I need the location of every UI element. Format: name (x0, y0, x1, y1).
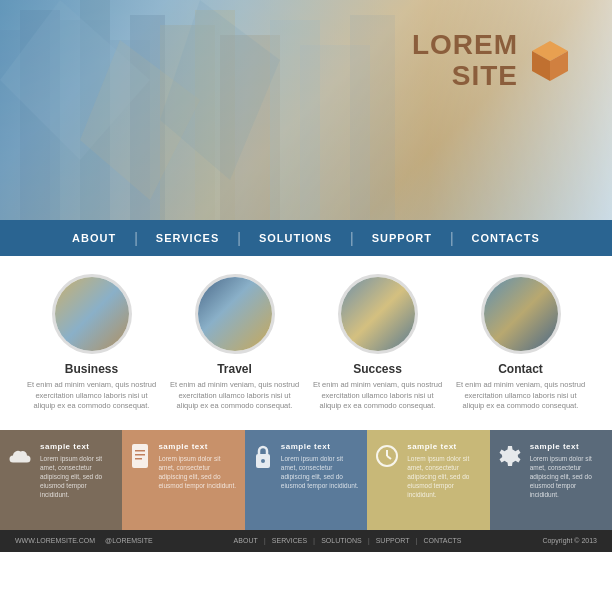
footer-left: WWW.LOREMSITE.COM @LOREMSITE (15, 537, 153, 544)
feature-img-business (55, 277, 129, 351)
block-lock-text: Lorem ipsum dolor sit amet, consectetur … (281, 454, 359, 490)
feature-title-contact: Contact (498, 362, 543, 376)
main-nav: ABOUT | SERVICES | SOLUTIONS | SUPPORT |… (0, 220, 612, 256)
footer-nav-services[interactable]: SERVICES (272, 537, 307, 544)
block-gear-text: Lorem ipsum dolor sit amet, consectetur … (530, 454, 604, 499)
footer-nav-about[interactable]: ABOUT (234, 537, 258, 544)
feature-title-travel: Travel (217, 362, 252, 376)
block-cloud-title: sample text (40, 442, 114, 451)
footer: WWW.LOREMSITE.COM @LOREMSITE ABOUT | SER… (0, 530, 612, 552)
block-gear-content: sample text Lorem ipsum dolor sit amet, … (530, 442, 604, 499)
feature-success: Success Et enim ad minim veniam, quis no… (313, 274, 443, 412)
svg-line-27 (387, 456, 391, 459)
feature-circle-travel (195, 274, 275, 354)
logo-area: LOREM SITE (412, 30, 572, 92)
svg-rect-21 (135, 454, 145, 456)
block-cloud-content: sample text Lorem ipsum dolor sit amet, … (40, 442, 114, 499)
feature-circle-business (52, 274, 132, 354)
feature-desc-business: Et enim ad minim veniam, quis nostrud ex… (27, 380, 157, 412)
block-gear-title: sample text (530, 442, 604, 451)
logo-line1: LOREM (412, 30, 518, 61)
feature-title-success: Success (353, 362, 402, 376)
nav-item-support[interactable]: SUPPORT (354, 232, 450, 244)
footer-nav: ABOUT | SERVICES | SOLUTIONS | SUPPORT |… (234, 536, 462, 545)
clock-icon (375, 444, 399, 474)
block-cloud-text: Lorem ipsum dolor sit amet, consectetur … (40, 454, 114, 499)
lock-icon (253, 444, 273, 474)
footer-site-url[interactable]: WWW.LOREMSITE.COM (15, 537, 95, 544)
feature-desc-travel: Et enim ad minim veniam, quis nostrud ex… (170, 380, 300, 412)
feature-img-travel (198, 277, 272, 351)
block-lock-title: sample text (281, 442, 359, 451)
feature-desc-success: Et enim ad minim veniam, quis nostrud ex… (313, 380, 443, 412)
block-clock-title: sample text (407, 442, 481, 451)
svg-rect-20 (135, 450, 145, 452)
block-document-title: sample text (158, 442, 236, 451)
block-document-text: Lorem ipsum dolor sit amet, consectetur … (158, 454, 236, 490)
feature-business: Business Et enim ad minim veniam, quis n… (27, 274, 157, 412)
feature-img-success (341, 277, 415, 351)
nav-item-contacts[interactable]: CONTACTS (454, 232, 558, 244)
footer-copyright: Copyright © 2013 (542, 537, 597, 544)
svg-rect-19 (132, 444, 148, 468)
gear-icon (498, 444, 522, 474)
feature-title-business: Business (65, 362, 118, 376)
feature-circle-success (338, 274, 418, 354)
footer-social[interactable]: @LOREMSITE (105, 537, 153, 544)
footer-nav-contacts[interactable]: CONTACTS (424, 537, 462, 544)
feature-circle-contact (481, 274, 561, 354)
nav-item-solutions[interactable]: SOLUTIONS (241, 232, 350, 244)
feature-img-contact (484, 277, 558, 351)
nav-item-about[interactable]: ABOUT (54, 232, 134, 244)
block-gear: sample text Lorem ipsum dolor sit amet, … (490, 430, 612, 530)
block-document-content: sample text Lorem ipsum dolor sit amet, … (158, 442, 236, 490)
logo-text: LOREM SITE (412, 30, 518, 92)
hero-section: LOREM SITE (0, 0, 612, 220)
svg-point-24 (261, 459, 265, 463)
block-lock-content: sample text Lorem ipsum dolor sit amet, … (281, 442, 359, 490)
block-cloud: sample text Lorem ipsum dolor sit amet, … (0, 430, 122, 530)
document-icon (130, 444, 150, 474)
block-clock-content: sample text Lorem ipsum dolor sit amet, … (407, 442, 481, 499)
block-document: sample text Lorem ipsum dolor sit amet, … (122, 430, 244, 530)
feature-travel: Travel Et enim ad minim veniam, quis nos… (170, 274, 300, 412)
block-clock: sample text Lorem ipsum dolor sit amet, … (367, 430, 489, 530)
bottom-blocks: sample text Lorem ipsum dolor sit amet, … (0, 430, 612, 530)
block-lock: sample text Lorem ipsum dolor sit amet, … (245, 430, 367, 530)
footer-nav-solutions[interactable]: SOLUTIONS (321, 537, 361, 544)
feature-desc-contact: Et enim ad minim veniam, quis nostrud ex… (456, 380, 586, 412)
logo-line2: SITE (412, 61, 518, 92)
svg-rect-22 (135, 458, 142, 460)
nav-item-services[interactable]: SERVICES (138, 232, 237, 244)
cloud-icon (8, 444, 32, 470)
features-section: Business Et enim ad minim veniam, quis n… (0, 256, 612, 422)
logo-cube-icon (528, 39, 572, 83)
block-clock-text: Lorem ipsum dolor sit amet, consectetur … (407, 454, 481, 499)
footer-nav-support[interactable]: SUPPORT (376, 537, 410, 544)
feature-contact: Contact Et enim ad minim veniam, quis no… (456, 274, 586, 412)
